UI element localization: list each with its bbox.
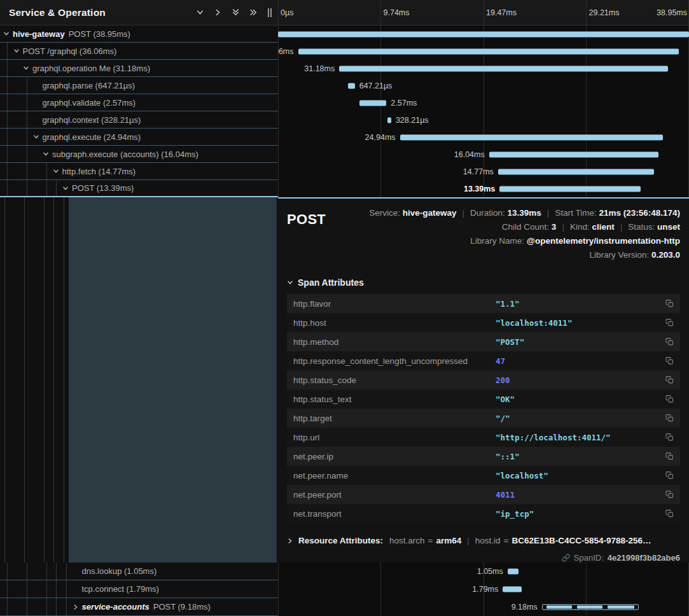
span-tree-row[interactable]: service-accounts POST (9.18ms) (0, 598, 278, 616)
attribute-row: http.target "/" (287, 409, 680, 428)
indent-guides (3, 43, 13, 59)
span-bar[interactable] (489, 151, 658, 157)
copy-icon[interactable] (665, 395, 674, 403)
duration-label: 36.06ms (278, 43, 298, 60)
chevron-right-icon[interactable] (214, 8, 222, 17)
span-bar[interactable] (348, 83, 355, 88)
panel-title: Service & Operation (9, 7, 106, 18)
span-tree-row[interactable]: graphql.parse (647.21µs) (0, 77, 278, 94)
chevron-icon[interactable] (23, 65, 29, 71)
timeline-bar-row[interactable]: 2.57ms (278, 94, 689, 111)
attribute-value: "POST" (496, 337, 665, 347)
timeline-bar-row[interactable]: 1.79ms (278, 580, 689, 598)
span-attributes-toggle[interactable]: Span Attributes (287, 277, 680, 288)
span-tree-row[interactable]: hive-gateway POST (38.95ms) (0, 25, 278, 43)
span-bar[interactable] (387, 117, 391, 123)
attribute-key: http.status_code (293, 375, 496, 385)
attribute-value: 47 (496, 356, 665, 366)
span-bar[interactable] (542, 605, 639, 610)
panel-resize-handle[interactable] (268, 8, 272, 17)
duration-label: 13.39ms (464, 180, 499, 197)
attribute-key: http.response_content_length_uncompresse… (293, 356, 496, 366)
span-detail-panel: POST Service: hive-gateway|Duration: 13.… (278, 197, 689, 563)
span-meta-line: Child Count: 3|Kind: client|Status: unse… (369, 220, 680, 234)
span-tree-row[interactable]: POST (13.39ms) (0, 180, 278, 197)
timeline-bar-row[interactable]: 9.18ms (278, 598, 689, 616)
span-bar[interactable] (278, 31, 689, 37)
copy-icon[interactable] (665, 375, 674, 384)
copy-icon[interactable] (665, 414, 674, 423)
span-tree-row[interactable]: dns.lookup (1.05ms) (0, 563, 278, 580)
copy-icon[interactable] (665, 471, 674, 480)
timeline-bar-row[interactable]: 31.18ms (278, 60, 689, 77)
span-tree-rows-bottom: dns.lookup (1.05ms) tcp.connect (1.79ms)… (0, 563, 278, 616)
copy-icon[interactable] (665, 509, 674, 518)
duration-label: 14.77ms (463, 163, 498, 180)
span-tree-row[interactable]: graphql.validate (2.57ms) (0, 94, 278, 111)
chevron-icon[interactable] (53, 168, 59, 174)
timeline-bar-row[interactable]: 24.94ms (278, 129, 689, 146)
indent-guides (3, 180, 62, 196)
chevron-icon[interactable] (3, 31, 10, 37)
timeline-bar-row[interactable]: 1.05ms (278, 563, 689, 580)
span-bar[interactable] (503, 587, 522, 592)
copy-icon[interactable] (665, 452, 674, 461)
timeline-bar-row[interactable]: 36.06ms (278, 43, 689, 60)
link-icon[interactable] (562, 554, 570, 562)
copy-icon[interactable] (665, 356, 674, 365)
copy-icon[interactable] (665, 490, 674, 499)
span-attributes-table: http.flavor "1.1" http.host "localhost:4… (287, 294, 680, 523)
operation-label: graphql.parse (647.21µs) (43, 81, 136, 90)
span-tree-row[interactable]: subgraph.execute (accounts) (16.04ms) (0, 146, 278, 163)
span-tree-row[interactable]: graphql.operation Me (31.18ms) (0, 60, 278, 77)
chevron-down-icon[interactable] (196, 8, 204, 17)
attribute-key: http.target (293, 414, 496, 423)
timeline-bar-row[interactable]: 13.39ms (278, 180, 689, 197)
span-bar[interactable] (400, 134, 664, 140)
chevron-icon[interactable] (13, 48, 20, 54)
attribute-row: http.response_content_length_uncompresse… (287, 351, 680, 370)
operation-label: dns.lookup (1.05ms) (82, 566, 157, 576)
chevron-icon[interactable] (62, 185, 69, 192)
timeline-bar-row[interactable]: 647.21µs (278, 77, 689, 94)
attribute-key: http.host (293, 318, 496, 328)
span-meta-line: Service: hive-gateway|Duration: 13.39ms|… (369, 206, 680, 220)
double-chevron-right-icon[interactable] (249, 8, 258, 17)
double-chevron-down-icon[interactable] (232, 8, 240, 17)
timeline-bar-row[interactable]: 328.21µs (278, 111, 689, 129)
timeline-bar-row[interactable]: 14.77ms (278, 163, 689, 180)
span-bar[interactable] (508, 569, 518, 575)
chevron-icon[interactable] (43, 151, 49, 157)
span-bar[interactable] (359, 100, 387, 106)
span-tree-panel: hive-gateway POST (38.95ms) POST /graphq… (0, 0, 278, 616)
span-bar[interactable] (298, 48, 679, 54)
copy-icon[interactable] (665, 337, 674, 346)
ruler-tick: 29.21ms (589, 0, 620, 25)
span-tree-row[interactable]: http.fetch (14.77ms) (0, 163, 278, 180)
chevron-icon[interactable] (33, 134, 39, 140)
attribute-row: http.host "localhost:4011" (287, 313, 680, 332)
operation-label: POST (13.39ms) (72, 183, 134, 193)
indent-guides-overlay (0, 197, 69, 563)
indent-guides (3, 111, 32, 128)
resource-attributes-toggle[interactable]: Resource Attributes: host.arch=arm64|hos… (287, 536, 680, 545)
span-tree-row[interactable]: POST /graphql (36.06ms) (0, 43, 278, 60)
span-id-row: SpanID: 4e21998f3b82abe6 (287, 553, 680, 563)
copy-icon[interactable] (665, 318, 674, 327)
span-tree-row[interactable]: graphql.context (328.21µs) (0, 111, 278, 129)
ruler-tick: 38.95ms (657, 0, 687, 25)
span-tree-row[interactable]: tcp.connect (1.79ms) (0, 580, 278, 598)
attribute-value: "http://localhost:4011/" (496, 433, 665, 442)
attribute-value: 200 (496, 375, 665, 385)
timeline-bar-row[interactable] (278, 25, 689, 43)
copy-icon[interactable] (665, 433, 674, 442)
timeline-bar-row[interactable]: 16.04ms (278, 146, 689, 163)
copy-icon[interactable] (665, 299, 674, 308)
span-tree-row[interactable]: graphql.execute (24.94ms) (0, 129, 278, 146)
resource-attributes-summary: host.arch=arm64|host.id=BC62E13B-C4CC-58… (389, 536, 651, 545)
span-bar[interactable] (498, 169, 654, 174)
chevron-right-icon (287, 538, 293, 544)
span-bar[interactable] (339, 66, 668, 71)
span-bar[interactable] (499, 186, 641, 192)
chevron-icon[interactable] (73, 604, 79, 610)
